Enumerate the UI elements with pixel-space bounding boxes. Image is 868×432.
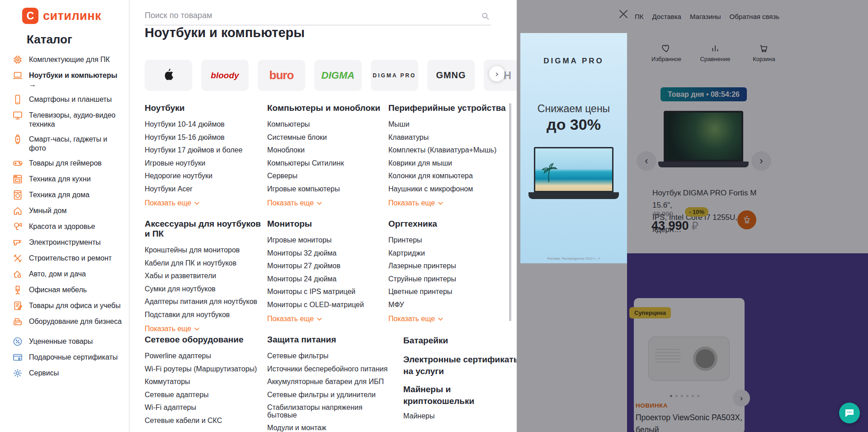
subcategory-link[interactable]: Клавиатуры [388,134,515,142]
subcategory-link[interactable]: Стабилизаторы напряжения бытовые [267,404,388,419]
sidebar-item-tv-audio-video[interactable]: Телевизоры, аудио-видео техника [12,110,123,129]
subcategory-link[interactable]: Мониторы 27 дюймов [267,262,388,270]
subcategory-link[interactable]: Мониторы 32 дюйма [267,250,388,257]
subcategory-link[interactable]: Подставки для ноутбуков [145,311,267,319]
sidebar-item-build-repair[interactable]: Строительство и ремонт [12,253,123,264]
subcategory-link[interactable]: Wi-Fi адаптеры [145,404,267,412]
subcategory-link[interactable]: Игровые компьютеры [267,185,388,193]
subcategory-link[interactable]: Powerline адаптеры [145,352,267,360]
sidebar-item-office-study-goods[interactable]: Товары для офиса и учебы [12,300,123,311]
subcategory-link[interactable]: Компьютеры [267,121,388,128]
subcategory-link[interactable]: Струйные принтеры [388,275,515,283]
subcategory-link[interactable]: Принтеры [388,237,515,244]
subcategory-link[interactable]: Модули и монтаж [267,424,388,432]
brand-tile-buro[interactable]: buro [258,60,305,91]
subcategory-link[interactable]: Коммутаторы [145,378,267,386]
show-more-link[interactable]: Показать еще [267,315,388,323]
subcategory-link[interactable]: Мониторы с OLED-матрицей [267,301,388,309]
section-heading[interactable]: Компьютеры и моноблоки [267,103,388,113]
subcategory-link[interactable]: Картриджи [388,250,515,257]
subcategory-link[interactable]: Wi-Fi роутеры (Маршрутизаторы) [145,366,267,373]
sidebar-item-office-furniture[interactable]: Офисная мебель [12,285,123,295]
show-more-link[interactable]: Показать еще [267,199,388,207]
brand-tile-bloody[interactable]: bloody [201,60,249,91]
brand-tile-apple[interactable] [145,60,192,91]
close-modal-button[interactable] [616,6,631,22]
section-heading-certificates[interactable]: Электронные сертификаты на услуги [403,354,517,377]
panel-scrollbar-thumb[interactable] [509,103,511,321]
subcategory-link[interactable]: Недорогие ноутбуки [145,172,267,180]
brand-tile-gmng[interactable]: GMNG [427,60,475,91]
sidebar-item-auto-home-dacha[interactable]: Авто, дом и дача [12,269,123,280]
subcategory-link[interactable]: Майнеры [403,413,517,420]
subcategory-link[interactable]: Системные блоки [267,134,388,142]
section-heading[interactable]: Сетевое оборудование [145,335,267,345]
brands-scroll-next-button[interactable]: › [489,66,505,81]
subcategory-link[interactable]: Источники бесперебойного питания [267,366,388,373]
subcategory-link[interactable]: Наушники с микрофоном [388,185,515,193]
sidebar-item-kitchen-appliances[interactable]: Техника для кухни [12,174,123,185]
sidebar-item-laptops-computers[interactable]: Ноутбуки и компьютеры → [12,70,123,89]
subcategory-section: Компьютеры и моноблоки Компьютеры Систем… [267,103,388,219]
search-input[interactable] [145,7,491,25]
chat-widget-button[interactable] [839,403,860,423]
subcategory-link[interactable]: Мыши [388,121,515,128]
subcategory-link[interactable]: Колонки для компьютера [388,172,515,180]
subcategory-link[interactable]: Серверы [267,172,388,180]
subcategory-link[interactable]: Кабели для ПК и ноутбуков [145,260,267,267]
subcategory-link[interactable]: Ноутбуки Acer [145,185,267,193]
show-more-link[interactable]: Показать еще [388,199,515,207]
subcategory-link[interactable]: Компьютеры Ситилинк [267,160,388,167]
search-icon[interactable] [481,12,490,21]
sidebar-item-smartphones[interactable]: Смартфоны и планшеты [12,94,123,105]
section-heading[interactable]: Мониторы [267,219,388,229]
sidebar-item-business-equipment[interactable]: Оборудование для бизнеса [12,316,123,327]
subcategory-link[interactable]: Мониторы 24 дюйма [267,275,388,283]
citilink-logo[interactable]: С ситилинк [22,8,101,24]
sidebar-item-services[interactable]: Сервисы [12,368,123,379]
sidebar-item-smartwatches-gadgets[interactable]: Смарт-часы, гаджеты и фото [12,134,123,153]
sidebar-item-power-tools[interactable]: Электроинструменты [12,237,123,248]
show-more-link[interactable]: Показать еще [145,199,267,207]
section-heading[interactable]: Аксессуары для ноутбуков и ПК [145,219,267,239]
subcategory-link[interactable]: Сумки для ноутбуков [145,285,267,293]
subcategory-link[interactable]: Мониторы с IPS матрицей [267,288,388,296]
section-heading[interactable]: Периферийные устройства [388,103,515,113]
subcategory-link[interactable]: Сетевые кабели и СКС [145,417,267,425]
brand-tile-digma-pro[interactable]: DIGMA PRO [371,60,418,91]
subcategory-link[interactable]: МФУ [388,301,515,309]
subcategory-link[interactable]: Комплекты (Клавиатура+Мышь) [388,147,515,154]
section-heading-batteries[interactable]: Батарейки [403,335,517,347]
subcategory-link[interactable]: Ноутбуки 10-14 дюймов [145,121,267,128]
sidebar-item-home-appliances[interactable]: Техника для дома [12,190,123,200]
subcategory-link[interactable]: Сетевые адаптеры [145,391,267,399]
subcategory-link[interactable]: Игровые мониторы [267,237,388,244]
subcategory-link[interactable]: Хабы и разветвители [145,272,267,280]
sidebar-item-discounted-goods[interactable]: Уцененные товары [12,336,123,347]
sidebar-item-gift-certificates[interactable]: Подарочные сертификаты [12,352,123,363]
show-more-link[interactable]: Показать еще [145,325,267,333]
section-heading[interactable]: Ноутбуки [145,103,267,113]
subcategory-link[interactable]: Кронштейны для мониторов [145,247,267,254]
subcategory-link[interactable]: Сетевые фильтры [267,352,388,360]
sidebar-item-smart-home[interactable]: Умный дом [12,205,123,216]
subcategory-link[interactable]: Игровые ноутбуки [145,160,267,167]
subcategory-link[interactable]: Ноутбуки 15-16 дюймов [145,134,267,142]
brand-tile-digma[interactable]: DIGMA [314,60,362,91]
show-more-link[interactable]: Показать еще [388,315,515,323]
subcategory-link[interactable]: Сетевые фильтры и удлинители [267,391,388,399]
subcategory-link[interactable]: Лазерные принтеры [388,262,515,270]
digma-pro-ad-banner[interactable]: DIGMA PRO Снижаем цены до 30% Реклама. Р… [520,33,627,263]
section-heading[interactable]: Защита питания [267,335,388,345]
subcategory-link[interactable]: Коврики для мыши [388,160,515,167]
subcategory-link[interactable]: Адаптеры питания для ноутбуков [145,298,267,306]
section-heading-miners[interactable]: Майнеры и криптокошельки [403,384,517,407]
subcategory-link[interactable]: Аккумуляторные батареи для ИБП [267,378,388,386]
subcategory-link[interactable]: Моноблоки [267,147,388,154]
sidebar-item-gamer-goods[interactable]: Товары для геймеров [12,158,123,169]
subcategory-link[interactable]: Ноутбуки 17 дюймов и более [145,147,267,154]
sidebar-item-beauty-health[interactable]: Красота и здоровье [12,221,123,232]
subcategory-link[interactable]: Цветные принтеры [388,288,515,296]
sidebar-item-pc-components[interactable]: Комплектующие для ПК [12,54,123,65]
section-heading[interactable]: Оргтехника [388,219,515,229]
